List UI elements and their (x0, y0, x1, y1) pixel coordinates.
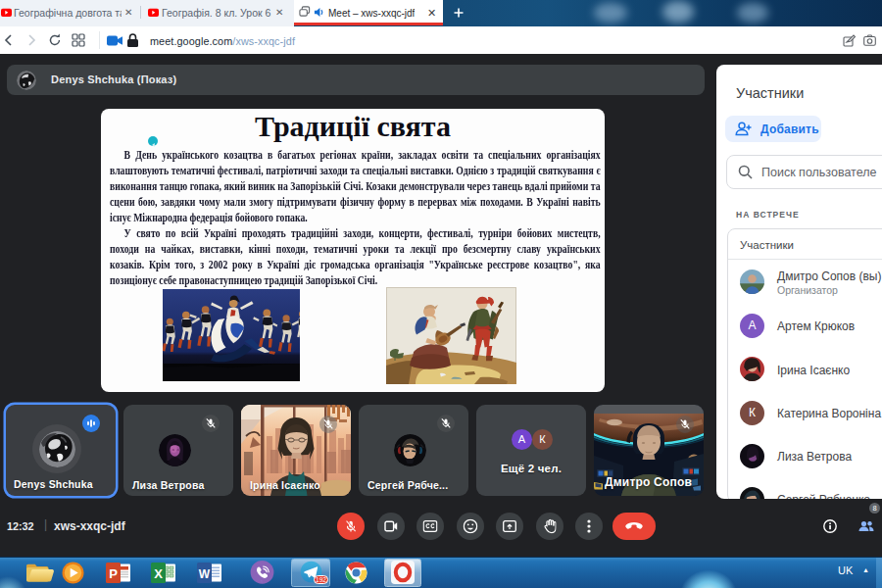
svg-text:P: P (109, 566, 118, 581)
svg-text:X: X (154, 566, 163, 581)
svg-text:W: W (199, 567, 211, 581)
